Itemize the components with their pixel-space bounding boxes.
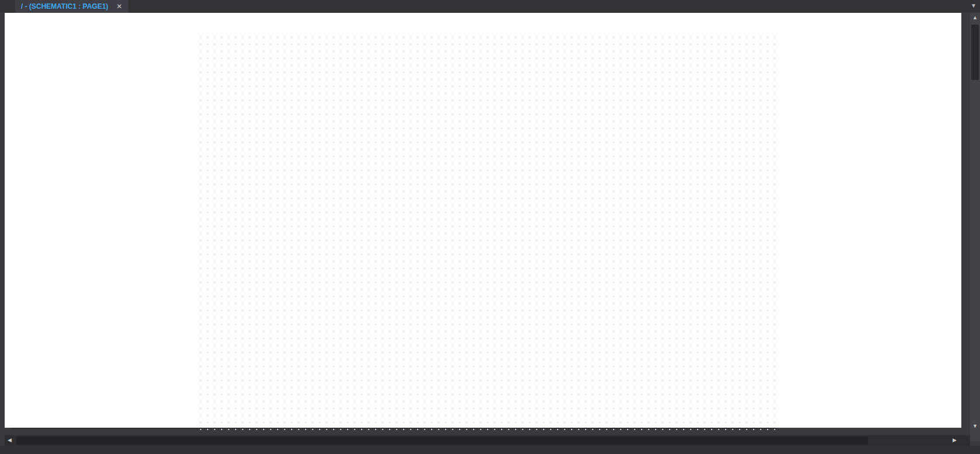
schematic-canvas[interactable]	[5, 13, 961, 428]
tab-close-icon[interactable]: ✕	[117, 2, 123, 11]
scroll-left-icon[interactable]: ◀	[5, 435, 15, 445]
tab-title: / - (SCHEMATIC1 : PAGE1)	[21, 2, 108, 11]
tab-list-dropdown-icon[interactable]: ▼	[971, 2, 977, 9]
horizontal-scroll-thumb[interactable]	[16, 436, 868, 445]
vertical-scroll-thumb[interactable]	[971, 25, 979, 80]
status-bar	[0, 446, 980, 454]
horizontal-scrollbar[interactable]: ◀ ▶	[5, 435, 970, 446]
vertical-scrollbar[interactable]: ▲ ▼	[970, 13, 980, 441]
scroll-down-icon[interactable]: ▼	[970, 421, 980, 431]
grid-dots	[197, 34, 780, 441]
tab-schematic-page1[interactable]: / - (SCHEMATIC1 : PAGE1)✕	[15, 0, 128, 13]
tab-bar: / - (SCHEMATIC1 : PAGE1)✕ ▼	[0, 0, 980, 13]
schematic-capture-window: / - (SCHEMATIC1 : PAGE1)✕ ▼ 54321DCBAVBU…	[0, 0, 980, 454]
scroll-right-icon[interactable]: ▶	[950, 435, 960, 445]
left-edge	[0, 13, 5, 435]
scroll-up-icon[interactable]: ▲	[970, 13, 980, 23]
